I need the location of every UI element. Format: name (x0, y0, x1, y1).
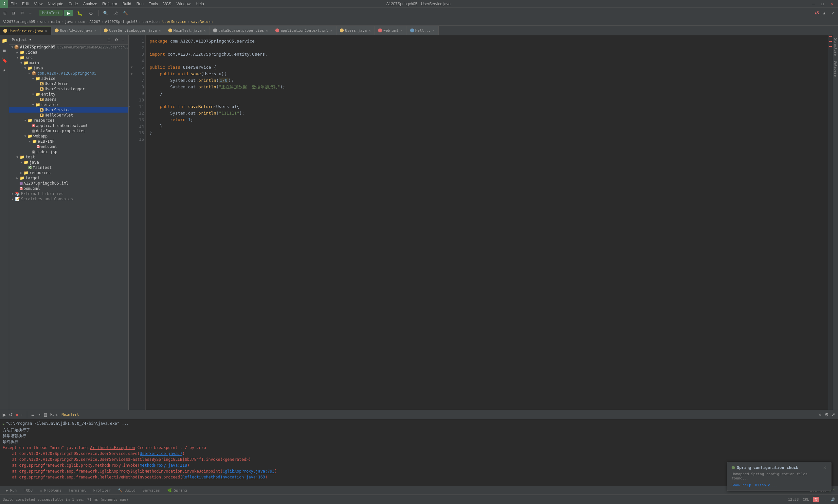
bc-springch05[interactable]: A1207Springch05 (105, 20, 138, 24)
toolbar-git-btn[interactable]: ⎇ (111, 10, 120, 16)
btab-problems[interactable]: ⚠ Problems (37, 486, 65, 495)
btab-profiler[interactable]: Profiler (90, 486, 114, 495)
btab-services[interactable]: Services (140, 486, 163, 495)
tree-pomxml[interactable]: ▶ X pom.xml (9, 186, 128, 191)
menu-window[interactable]: Window (174, 0, 193, 7)
tree-advice[interactable]: ▼ 📁 advice (9, 76, 128, 81)
menu-analyze[interactable]: Analyze (81, 0, 100, 7)
tree-userservice[interactable]: ▶ C UserService (9, 107, 128, 112)
tree-resources-test[interactable]: ▶ 📁 resources (9, 170, 128, 176)
toolbar-alerts-btn[interactable]: ▲ (820, 10, 828, 16)
project-collapse-btn[interactable]: ⊟ (106, 38, 112, 42)
run-button[interactable]: ▶ (64, 10, 73, 16)
tab-webxml[interactable]: web.xml ✕ (375, 26, 407, 35)
project-hide-btn[interactable]: − (121, 38, 126, 42)
tree-scratches[interactable]: ▶ 📝 Scratches and Consoles (9, 196, 128, 202)
console-output[interactable]: ▶ "C:\Program Files\Java\jdk1.8.0_74\bin… (0, 419, 838, 486)
menu-navigate[interactable]: Navigate (45, 0, 66, 7)
tab-close-webxml[interactable]: ✕ (400, 29, 403, 32)
tab-close-users[interactable]: ✕ (368, 29, 371, 32)
structure-label[interactable]: Structure (833, 35, 838, 58)
menu-refactor[interactable]: Refactor (100, 0, 120, 7)
tab-userservice[interactable]: UserService.java ✕ (0, 26, 51, 35)
run-config-label[interactable]: MainTest (61, 412, 79, 417)
tree-webinf[interactable]: ▼ 📁 WEB-INF (9, 139, 128, 144)
toolbar-indent-btn[interactable]: ⊟ (10, 10, 17, 16)
tree-appcontext[interactable]: ▶ X applicationContext.xml (9, 123, 128, 128)
tree-webxml[interactable]: ▶ X web.xml (9, 144, 128, 149)
toolbar-minus-btn[interactable]: − (27, 10, 33, 16)
tab-close-datasource[interactable]: ✕ (265, 29, 268, 32)
bc-service[interactable]: service (142, 20, 158, 24)
tree-external-libs[interactable]: ▶ 📚 External Libraries (9, 191, 128, 196)
tab-userservicelogger[interactable]: UserServiceLogger.java ✕ (101, 26, 165, 35)
run-scroll-btn[interactable]: ↓ (21, 412, 23, 417)
notif-show-help[interactable]: Show help (732, 483, 751, 487)
sidebar-structure-icon[interactable]: ≡ (1, 47, 8, 54)
code-content[interactable]: package com.A1207.A1207Springch05.servic… (146, 35, 828, 410)
run-close-btn[interactable]: ✕ (818, 412, 822, 417)
run-config-selector[interactable]: MainTest (39, 10, 63, 16)
tree-src[interactable]: ▼ 📁 src (9, 55, 128, 60)
tab-datasource[interactable]: dataSource.properties ✕ (210, 26, 272, 35)
bc-src[interactable]: src (40, 20, 47, 24)
tree-indexjsp[interactable]: ▶ J index.jsp (9, 149, 128, 155)
close-btn[interactable]: ✕ (828, 1, 835, 7)
tree-main[interactable]: ▼ 📁 main (9, 60, 128, 66)
tree-entity[interactable]: ▼ 📁 entity (9, 92, 128, 97)
tree-service-folder[interactable]: ▼ 📁 service (9, 102, 128, 107)
menu-code[interactable]: Code (66, 0, 81, 7)
btab-spring[interactable]: 🌿 Spring (164, 486, 190, 495)
database-label[interactable]: Database (833, 58, 838, 79)
toolbar-search-btn[interactable]: 🔍 (101, 10, 110, 16)
tab-close-useradvice[interactable]: ✕ (94, 29, 97, 32)
tree-idea[interactable]: ▶ 📁 .idea (9, 50, 128, 55)
menu-tools[interactable]: Tools (146, 0, 161, 7)
btab-terminal[interactable]: Terminal (66, 486, 89, 495)
minimize-btn[interactable]: ─ (810, 1, 817, 7)
run-expand-btn[interactable]: ⤢ (832, 412, 835, 417)
tree-helloservlet[interactable]: ▶ C HelloServlet (9, 112, 128, 118)
run-settings-btn[interactable]: ⚙ (824, 412, 829, 417)
notif-close-btn[interactable]: ✕ (823, 465, 826, 470)
toolbar-expand-btn[interactable]: ⤢ (830, 10, 837, 16)
run-play-btn[interactable]: ▶ (3, 412, 6, 417)
sidebar-bookmarks-icon[interactable]: 🔖 (1, 56, 8, 64)
bc-main[interactable]: main (51, 20, 60, 24)
tab-close-userservicelogger[interactable]: ✕ (158, 29, 161, 32)
menu-run[interactable]: Run (134, 0, 146, 7)
tab-users[interactable]: Users.java ✕ (337, 26, 375, 35)
btab-build[interactable]: 🔨 Build (114, 486, 139, 495)
tab-close-appcontext[interactable]: ✕ (329, 29, 333, 32)
bc-root[interactable]: A1207Springch05 (3, 20, 35, 24)
run-rerun-btn[interactable]: ↺ (9, 412, 13, 417)
tree-iml[interactable]: ▶ I A1207Springch05.iml (9, 181, 128, 186)
code-editor[interactable]: 1234 5 ▼ 6 ▼ 78910 11 ▼ 1213141516 packa… (129, 35, 833, 410)
toolbar-build-btn[interactable]: 🔨 (121, 10, 130, 16)
tree-java-test[interactable]: ▼ 📁 java (9, 160, 128, 165)
project-settings-btn[interactable]: ⚙ (113, 38, 120, 42)
tree-users[interactable]: ▶ C Users (9, 97, 128, 102)
bc-a1207[interactable]: A1207 (89, 20, 100, 24)
bc-java[interactable]: java (65, 20, 74, 24)
run-wrap-btn[interactable]: ⇥ (37, 412, 40, 417)
bc-savereturn[interactable]: saveReturn (191, 20, 212, 24)
menu-view[interactable]: View (32, 0, 45, 7)
menu-build[interactable]: Build (120, 0, 134, 7)
tab-maintest[interactable]: MainTest.java ✕ (165, 26, 210, 35)
tab-close-hell[interactable]: ✕ (432, 29, 435, 32)
tree-webapp[interactable]: ▼ 📁 webapp (9, 133, 128, 139)
tree-com-package[interactable]: ▼ 📦 com.A1207.A1207Springch05 (9, 71, 128, 76)
tree-target[interactable]: ▶ 📁 target (9, 176, 128, 181)
btab-todo[interactable]: TODO (21, 486, 36, 495)
maximize-btn[interactable]: □ (819, 1, 825, 7)
bc-com[interactable]: com (78, 20, 85, 24)
tree-datasource[interactable]: ▶ P dataSource.properties (9, 128, 128, 133)
toolbar-settings-btn[interactable]: ⚙ (18, 10, 26, 16)
tree-resources-main[interactable]: ▼ 📁 resources (9, 118, 128, 123)
sidebar-project-icon[interactable]: 📁 (1, 37, 8, 44)
run-stop-btn[interactable]: ■ (15, 412, 18, 417)
notif-disable[interactable]: Disable... (755, 483, 777, 487)
toolbar-project-btn[interactable]: ⊞ (1, 10, 8, 16)
tree-test[interactable]: ▼ 📁 test (9, 155, 128, 160)
